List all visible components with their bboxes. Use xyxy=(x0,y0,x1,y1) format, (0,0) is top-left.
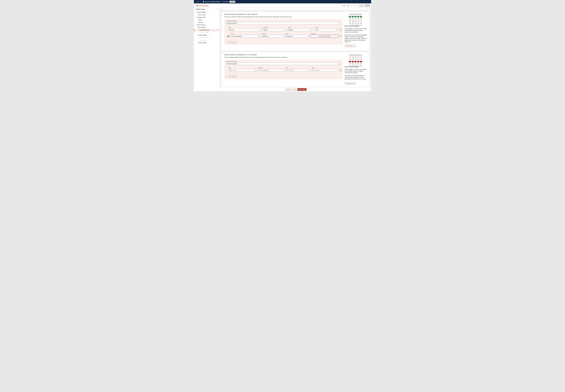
delete-condition-button[interactable] xyxy=(339,28,342,31)
tell-me-more-button[interactable]: Tell Me More xyxy=(345,45,356,47)
add-condition-button[interactable]: + Add Condition xyxy=(226,41,238,43)
save-next-button[interactable]: Save & Next xyxy=(297,88,306,91)
sidebar-item-label: Object xyxy=(198,19,202,21)
sidebar-item-label: Output Settings xyxy=(198,34,207,36)
field-label: Field xyxy=(228,67,231,69)
field-input[interactable]: Select a field... xyxy=(228,69,257,71)
prediction-type-badge: Yes/No xyxy=(229,1,235,3)
sidebar-item-segment[interactable]: Segment xyxy=(194,21,220,24)
chevron-left-icon: ‹ xyxy=(370,12,371,14)
pause-icon xyxy=(348,5,348,6)
dropdown-arrow-icon xyxy=(339,23,340,24)
close-icon[interactable]: ✕ xyxy=(217,8,218,10)
app-title: Einstein Prediction Builder xyxy=(205,1,220,2)
value-select[interactable]: True xyxy=(315,28,338,31)
sidebar-item-label: Included Fields xyxy=(200,32,208,33)
record-cell xyxy=(360,18,362,20)
sidebar-item-label: Review & Build xyxy=(198,42,207,43)
record-cell xyxy=(354,61,357,62)
value-input[interactable]: Enter a value... xyxy=(311,69,338,71)
dropdown-arrow-icon xyxy=(285,29,286,30)
yes-info-heading: What's a Yes Example? xyxy=(345,25,359,27)
record-cell xyxy=(357,57,359,58)
sidebar-item-input-settings[interactable]: Input Settings xyxy=(194,26,220,29)
operator-select[interactable]: Earlier than xyxy=(261,35,285,38)
type-select[interactable]: Select a type... xyxy=(285,69,310,71)
record-cell xyxy=(357,18,359,20)
type-select[interactable]: Boolean xyxy=(288,28,313,31)
operator-select[interactable]: Select an operator... xyxy=(258,69,285,71)
build-button[interactable]: Build xyxy=(365,4,370,7)
yes-section-subtitle: If you want to predict how likely your o… xyxy=(224,16,291,17)
sidebar-item-name-type[interactable]: Name & Type xyxy=(194,14,220,16)
field-input[interactable]: No Show xyxy=(228,28,261,31)
type-label: Type xyxy=(285,67,288,69)
record-cell xyxy=(354,16,357,17)
sidebar-item-name-prediction[interactable]: Name Prediction xyxy=(194,11,220,14)
operator-label: Operator xyxy=(263,27,267,28)
record-cell xyxy=(357,16,359,17)
sidebar-item-output-settings[interactable]: Output Settings xyxy=(194,34,220,36)
sidebar-item-label: Score Field xyxy=(200,40,206,41)
dropdown-arrow-icon xyxy=(308,36,308,37)
einstein-prediction-builder-screen: Exit Einstein Prediction Builder No Show… xyxy=(194,0,371,92)
dropdown-arrow-icon xyxy=(283,36,284,37)
build-comparison-button[interactable]: Build Comparison xyxy=(310,35,338,38)
sidebar-item-label: Configure Data xyxy=(197,17,205,18)
condition-conjunction: AND xyxy=(227,36,230,37)
record-cell xyxy=(360,59,362,60)
action-toolbar: Hide Setup Panel Draft Data Checker Clon… xyxy=(194,3,371,8)
edit-document-icon xyxy=(329,36,330,37)
record-cell xyxy=(349,63,351,64)
operator-label: Operator xyxy=(258,67,263,69)
sidebar-item-build-prediction[interactable]: Build Prediction xyxy=(194,24,220,26)
record-cell xyxy=(360,65,362,67)
sidebar-item-configure-data[interactable]: Configure Data xyxy=(194,16,220,19)
exit-link[interactable]: Exit xyxy=(197,1,199,2)
prediction-name: No Show xyxy=(223,1,228,2)
record-cell xyxy=(357,22,359,24)
sidebar-item-label: Records to Predict xyxy=(200,37,210,38)
operator-select[interactable]: Equals xyxy=(263,28,287,31)
save-button[interactable]: Save xyxy=(292,88,297,91)
include-records-select[interactable]: Meet All Conditions xyxy=(226,22,341,25)
sidebar-item-score-field: Score Field xyxy=(194,39,220,42)
sidebar-item-included-fields: Included Fields xyxy=(194,31,220,34)
field-input[interactable]: User Start Datetime xyxy=(231,35,260,38)
guided-setup-panel: Guided Setup ✕ Name Prediction Name & Ty… xyxy=(194,8,220,91)
no-section-subtitle: If you're predicting whether opportuniti… xyxy=(224,56,288,58)
dropdown-arrow-icon xyxy=(308,70,309,70)
sidebar-item-object[interactable]: Object xyxy=(194,19,220,21)
delete-condition-button[interactable] xyxy=(339,69,342,71)
sidebar-item-label: Name Prediction xyxy=(197,12,206,13)
clone-button[interactable]: Clone xyxy=(359,4,364,7)
expand-panel-tab[interactable]: ‹ xyxy=(370,11,371,14)
sidebar-item-label: Segment xyxy=(198,22,203,23)
record-cell xyxy=(354,57,357,58)
record-cell xyxy=(349,22,351,24)
record-cell xyxy=(357,20,359,22)
chevron-down-icon xyxy=(195,12,196,13)
data-checker-button[interactable]: Data Checker xyxy=(347,4,358,7)
search-icon xyxy=(259,29,261,30)
include-records-select[interactable]: Meet All Conditions xyxy=(226,63,341,65)
illustration-header-bar xyxy=(349,14,362,15)
no-example-illustration xyxy=(349,54,362,67)
record-cell xyxy=(352,61,354,62)
dropdown-arrow-icon xyxy=(339,64,340,64)
sidebar-item-example-records[interactable]: Example Records xyxy=(194,29,220,31)
record-cell xyxy=(360,22,362,24)
chevron-down-icon xyxy=(195,25,196,25)
chevron-down-icon xyxy=(197,27,198,28)
type-select[interactable]: Comparison xyxy=(285,35,309,38)
add-condition-button[interactable]: + Add Condition xyxy=(226,75,238,78)
sidebar-item-label: Name & Type xyxy=(198,14,206,15)
value-label: Value xyxy=(315,27,318,28)
delete-condition-button[interactable] xyxy=(339,35,342,38)
sidebar-item-review-build[interactable]: Review & Build xyxy=(194,42,220,44)
no-info-heading: What's a No Example? xyxy=(345,66,359,68)
hide-setup-panel-button[interactable]: Hide Setup Panel xyxy=(195,4,210,7)
record-cell xyxy=(349,20,351,22)
tell-me-more-button[interactable]: Tell Me More xyxy=(345,82,356,85)
cancel-button[interactable]: Cancel xyxy=(285,88,291,91)
